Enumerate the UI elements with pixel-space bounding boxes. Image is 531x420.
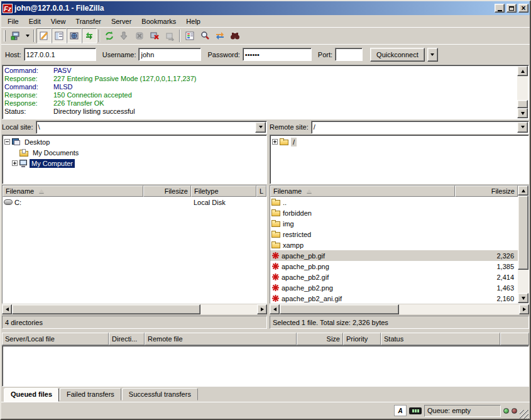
scroll-up-button[interactable] [518,185,528,196]
file-row[interactable]: .. [270,197,518,207]
site-manager-button[interactable] [8,28,23,43]
quickconnect-dropdown[interactable] [427,48,438,62]
directory-filter-button[interactable] [182,28,197,43]
file-row[interactable]: apache_pb.png1,385 [270,261,518,272]
column-header-filler [500,333,529,345]
column-header-filename[interactable]: Filename [270,185,455,197]
menu-edit[interactable]: Edit [24,16,46,26]
host-input[interactable] [24,48,96,61]
file-row-selected[interactable]: apache_pb.gif2,326 [270,250,518,261]
column-header-server-local-file[interactable]: Server/Local file [2,333,109,345]
folder-icon [271,209,281,216]
tree-item-my-computer[interactable]: My Computer [4,158,266,169]
file-row[interactable]: apache_pb2.gif2,414 [270,272,518,282]
scroll-right-button[interactable] [257,304,267,314]
scroll-left-button[interactable] [270,304,280,314]
log-scrollbar[interactable] [517,66,528,118]
file-row[interactable]: apache_pb2.png1,463 [270,282,518,293]
quickconnect-button[interactable]: Quickconnect [370,48,425,62]
send-activity-led-icon [512,408,517,414]
tab-successful-transfers[interactable]: Successful transfers [122,388,198,401]
expand-icon[interactable] [12,160,18,166]
port-input[interactable] [335,48,363,61]
column-header-priority[interactable]: Priority [343,333,381,345]
scroll-right-button[interactable] [519,304,529,314]
toolbar-grip[interactable] [4,30,6,41]
remote-site-combobox[interactable]: / [311,121,529,134]
file-row[interactable]: forbidden [270,207,518,218]
column-header-status[interactable]: Status [381,333,500,345]
scroll-thumb[interactable] [518,196,528,270]
menu-file[interactable]: File [3,16,24,26]
site-manager-dropdown[interactable] [23,29,31,43]
maximize-button[interactable] [506,4,517,13]
scroll-down-button[interactable] [517,108,528,118]
synchronized-browsing-button[interactable] [212,28,227,43]
minimize-button[interactable] [495,4,505,13]
refresh-button[interactable] [102,28,117,43]
file-row[interactable]: apache_pb2_ani.gif2,160 [270,293,518,303]
tree-item-root[interactable]: / [272,136,528,147]
tab-queued-files[interactable]: Queued files [4,388,59,402]
scroll-up-button[interactable] [517,66,528,76]
toggle-transfer-queue-button[interactable] [82,28,97,43]
file-row[interactable]: img [270,218,518,229]
find-files-button[interactable] [227,28,243,43]
tab-failed-transfers[interactable]: Failed transfers [60,388,121,401]
title-bar: Fz john@127.0.0.1 - FileZilla × [1,1,530,15]
scroll-thumb[interactable] [12,304,200,314]
process-queue-button[interactable] [117,28,132,43]
local-hscrollbar[interactable] [2,304,267,314]
toggle-message-log-button[interactable] [36,28,52,43]
column-header-filename[interactable]: Filename [3,185,143,197]
column-header-direction[interactable]: Directi... [109,333,145,345]
collapse-icon[interactable] [4,139,10,145]
column-header-filesize[interactable]: Filesize [455,185,518,197]
main-split: Local site: \ Desktop My Documents [2,120,529,329]
column-header-remote-file[interactable]: Remote file [145,333,297,345]
toggle-remote-tree-button[interactable] [67,28,82,43]
scroll-thumb[interactable] [280,304,399,314]
remote-hscrollbar[interactable] [270,304,529,314]
menu-help[interactable]: Help [181,16,205,26]
remote-site-dropdown[interactable] [517,122,528,133]
disconnect-button[interactable] [147,28,162,43]
scroll-left-button[interactable] [2,304,12,314]
directory-comparison-button[interactable] [197,28,212,43]
menu-view[interactable]: View [46,16,71,26]
column-header-size[interactable]: Size [297,333,343,345]
local-site-combobox[interactable]: \ [36,121,267,134]
cancel-button[interactable] [132,28,147,43]
sync-browsing-icon [215,31,225,41]
menu-server[interactable]: Server [106,16,136,26]
indicator-badge-icon[interactable] [409,407,422,414]
column-header-filetype[interactable]: Filetype [191,185,256,197]
tree-item-desktop[interactable]: Desktop [4,136,266,147]
menu-transfer[interactable]: Transfer [70,16,106,26]
drive-icon [4,199,13,205]
transfer-queue-icon [84,31,94,41]
tree-item-my-documents[interactable]: My Documents [4,147,266,158]
file-row[interactable]: restricted [270,229,518,240]
close-button[interactable]: × [518,4,528,13]
scroll-thumb[interactable] [517,100,528,108]
password-input[interactable] [243,48,312,61]
log-line-label: Command: [4,83,53,91]
data-type-indicator-icon[interactable]: A [394,405,407,416]
expand-icon[interactable] [272,139,278,145]
column-header-last-modified[interactable]: L [256,185,266,197]
file-row-c-drive[interactable]: C: Local Disk [3,197,266,207]
file-row[interactable]: xampp [270,240,518,250]
menu-bookmarks[interactable]: Bookmarks [136,16,181,26]
username-input[interactable] [138,48,201,61]
remote-vscrollbar[interactable] [518,185,528,303]
reconnect-button[interactable] [162,28,177,43]
toolbar-separator [99,30,100,42]
resize-grip[interactable] [520,410,528,419]
queue-list[interactable] [2,345,529,387]
column-header-filesize[interactable]: Filesize [143,185,191,197]
local-site-dropdown[interactable] [255,122,266,133]
toggle-local-tree-button[interactable] [52,28,67,43]
scroll-down-button[interactable] [518,293,528,303]
password-label: Password: [207,51,239,58]
